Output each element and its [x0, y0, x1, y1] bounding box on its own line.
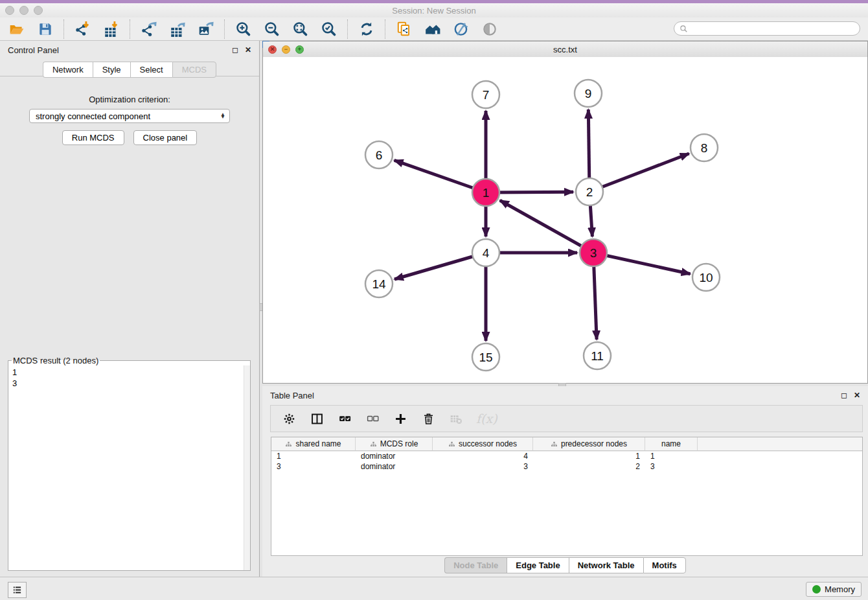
svg-text:6: 6 — [376, 148, 383, 162]
table-panel: Table Panel ◻ ✕ f(x) shared nameMCDS rol… — [262, 386, 868, 577]
edge-3-1 — [500, 200, 593, 253]
tab-mcds[interactable]: MCDS — [172, 62, 216, 78]
save-session-icon[interactable] — [36, 20, 54, 38]
select-all-columns-icon[interactable] — [337, 411, 352, 426]
node-10[interactable]: 10 — [692, 264, 720, 291]
svg-text:4: 4 — [483, 246, 490, 260]
unselect-all-columns-icon[interactable] — [365, 411, 380, 426]
cell-successor-nodes[interactable]: 3 — [433, 461, 533, 472]
column-header-predecessor-nodes[interactable]: predecessor nodes — [533, 437, 645, 450]
cell-name[interactable]: 3 — [645, 461, 698, 472]
app-titlebar: Session: New Session — [0, 3, 868, 17]
clone-network-icon[interactable] — [395, 20, 413, 38]
close-panel-icon[interactable]: ✕ — [245, 46, 251, 54]
table-toolbar: f(x) — [270, 405, 863, 432]
table-row[interactable]: 1dominator411 — [271, 451, 862, 461]
open-file-icon[interactable] — [8, 20, 26, 38]
memory-label: Memory — [825, 584, 855, 594]
memory-status-icon — [812, 585, 821, 594]
tab-network-table[interactable]: Network Table — [569, 557, 643, 573]
control-panel-title: Control Panel — [8, 45, 59, 55]
node-3[interactable]: 3 — [580, 239, 607, 266]
svg-text:11: 11 — [591, 349, 604, 363]
home-icon[interactable] — [424, 20, 442, 38]
cell-predecessor-nodes[interactable]: 2 — [533, 461, 645, 472]
table-panel-header: Table Panel ◻ ✕ — [262, 386, 868, 404]
export-network-icon[interactable] — [140, 20, 158, 38]
search-icon — [680, 25, 688, 33]
run-mcds-button[interactable]: Run MCDS — [62, 130, 124, 145]
cell-successor-nodes[interactable]: 4 — [433, 451, 533, 461]
settings-gear-icon[interactable] — [281, 411, 297, 426]
node-15[interactable]: 15 — [472, 343, 499, 371]
result-scrollbar[interactable] — [244, 365, 250, 570]
show-columns-icon[interactable] — [309, 411, 325, 426]
svg-text:8: 8 — [701, 141, 708, 155]
toolbar-separator — [347, 19, 348, 39]
export-table-icon[interactable] — [168, 20, 187, 38]
tab-motifs[interactable]: Motifs — [643, 557, 686, 573]
svg-text:9: 9 — [585, 87, 592, 100]
cell-name[interactable]: 1 — [645, 451, 698, 461]
cell-shared-name[interactable]: 1 — [271, 451, 356, 461]
node-9[interactable]: 9 — [575, 80, 602, 107]
tab-edge-table[interactable]: Edge Table — [507, 557, 568, 573]
network-canvas[interactable]: 7968124314101511 — [263, 57, 867, 383]
tab-node-table[interactable]: Node Table — [444, 557, 507, 573]
toggle-visibility-icon[interactable] — [452, 20, 470, 38]
search-input[interactable] — [691, 23, 860, 34]
dropdown-stepper-icon: ▲▼ — [220, 113, 225, 119]
cell-predecessor-nodes[interactable]: 1 — [533, 451, 645, 461]
cell-shared-name[interactable]: 3 — [271, 461, 356, 472]
toolbar-separator — [224, 19, 225, 39]
close-panel-button[interactable]: Close panel — [133, 130, 198, 145]
cell-MCDS-role[interactable]: dominator — [356, 451, 433, 461]
svg-text:15: 15 — [479, 351, 492, 364]
import-network-icon[interactable] — [74, 20, 92, 38]
app-title: Session: New Session — [0, 6, 868, 16]
criterion-dropdown[interactable]: strongly connected component ▲▼ — [29, 109, 230, 123]
cell-MCDS-role[interactable]: dominator — [356, 461, 433, 472]
delete-column-icon[interactable] — [420, 411, 436, 426]
export-image-icon[interactable] — [197, 20, 215, 38]
table-close-icon[interactable]: ✕ — [854, 391, 860, 399]
memory-button[interactable]: Memory — [806, 582, 862, 597]
import-table-icon[interactable] — [102, 20, 120, 38]
node-6[interactable]: 6 — [365, 141, 393, 168]
column-header-successor-nodes[interactable]: successor nodes — [433, 437, 533, 450]
tab-network[interactable]: Network — [43, 62, 93, 78]
table-panel-title: Table Panel — [270, 391, 314, 400]
tab-style[interactable]: Style — [93, 62, 130, 78]
node-4[interactable]: 4 — [472, 239, 499, 266]
node-2[interactable]: 2 — [576, 178, 603, 205]
refresh-icon[interactable] — [358, 20, 376, 38]
zoom-fit-icon[interactable] — [291, 20, 310, 38]
table-row[interactable]: 3dominator323 — [271, 461, 862, 472]
zoom-in-icon[interactable] — [234, 20, 253, 38]
table-float-icon[interactable]: ◻ — [841, 391, 847, 399]
toolbar-separator — [63, 19, 65, 39]
network-window-titlebar[interactable]: ✕ − + scc.txt — [263, 41, 867, 58]
control-panel-tabs: NetworkStyleSelectMCDS — [0, 62, 259, 78]
task-history-button[interactable] — [8, 582, 27, 598]
node-11[interactable]: 11 — [584, 342, 611, 369]
zoom-selected-icon[interactable] — [320, 20, 338, 38]
float-panel-icon[interactable]: ◻ — [232, 46, 238, 54]
shared-column-icon — [551, 441, 558, 448]
eye-icon[interactable] — [481, 20, 499, 38]
mcds-result-title: MCDS result (2 nodes) — [12, 356, 100, 365]
column-header-MCDS-role[interactable]: MCDS role — [356, 437, 433, 450]
mcds-result-text[interactable]: 1 3 — [8, 365, 244, 570]
zoom-out-icon[interactable] — [263, 20, 281, 38]
node-14[interactable]: 14 — [365, 270, 393, 297]
add-column-icon[interactable] — [393, 411, 408, 426]
column-header-name[interactable]: name — [645, 437, 698, 450]
shared-column-icon — [370, 441, 377, 448]
search-box[interactable] — [674, 21, 860, 36]
node-1[interactable]: 1 — [472, 179, 499, 206]
node-8[interactable]: 8 — [691, 134, 718, 161]
node-7[interactable]: 7 — [472, 81, 499, 108]
column-header-shared-name[interactable]: shared name — [271, 437, 356, 450]
tab-select[interactable]: Select — [130, 62, 172, 78]
toolbar-separator — [130, 19, 131, 39]
